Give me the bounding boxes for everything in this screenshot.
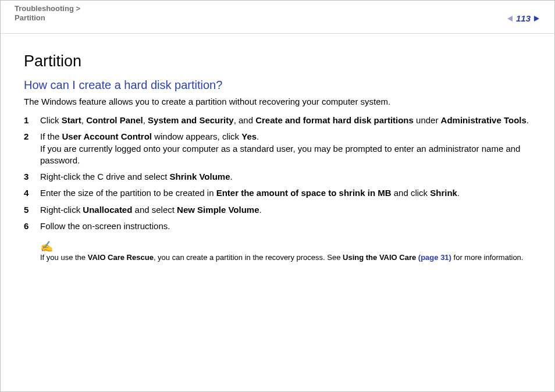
step-text: Click — [40, 115, 62, 125]
note-bold: VAIO Care Rescue — [88, 253, 154, 262]
page-content: Partition How can I create a hard disk p… — [1, 34, 554, 262]
step-item: If the User Account Control window appea… — [24, 131, 531, 166]
step-text: window appears, click — [152, 131, 241, 141]
ui-label: User Account Control — [62, 131, 152, 141]
step-text: , — [81, 115, 86, 125]
step-text: Right-click the C drive and select — [40, 172, 170, 181]
step-text: and select — [132, 205, 177, 215]
section-heading: How can I create a hard disk partition? — [24, 79, 531, 92]
next-page-icon[interactable] — [534, 16, 539, 22]
breadcrumb-section[interactable]: Troubleshooting — [15, 4, 74, 13]
step-text: and click — [392, 188, 431, 198]
step-text: . — [259, 205, 262, 215]
step-text: If the — [40, 131, 62, 141]
step-item: Click Start, Control Panel, System and S… — [24, 115, 531, 126]
ui-label: Control Panel — [86, 115, 143, 125]
step-item: Right-click the C drive and select Shrin… — [24, 171, 531, 183]
note-fragment: for more information. — [451, 253, 524, 262]
note-icon: ✍ — [40, 241, 531, 252]
step-text: . — [526, 115, 529, 125]
step-item: Right-click Unallocated and select New S… — [24, 204, 531, 216]
ui-label: Unallocated — [83, 205, 132, 215]
ui-label: Shrink Volume — [170, 172, 230, 181]
step-text: . — [230, 172, 233, 181]
breadcrumb-separator: > — [74, 4, 80, 13]
step-text: . — [457, 188, 460, 198]
page-number-nav: 113 — [507, 13, 539, 23]
step-text: Follow the on-screen instructions. — [40, 221, 170, 231]
note: ✍ If you use the VAIO Care Rescue, you c… — [24, 241, 531, 262]
ui-label: Administrative Tools — [441, 115, 526, 125]
ui-label: Start — [62, 115, 81, 125]
step-text: , — [143, 115, 148, 125]
page-title: Partition — [24, 52, 531, 70]
breadcrumb-page[interactable]: Partition — [15, 13, 45, 22]
step-text: Right-click — [40, 205, 83, 215]
note-fragment: , you can create a partition in the reco… — [154, 253, 343, 262]
ui-label: New Simple Volume — [177, 205, 259, 215]
step-item: Enter the size of the partition to be cr… — [24, 187, 531, 199]
note-text: If you use the VAIO Care Rescue, you can… — [40, 253, 531, 262]
step-text: Enter the size of the partition to be cr… — [40, 188, 216, 198]
note-fragment: If you use the — [40, 253, 88, 262]
ui-label: Create and format hard disk partitions — [255, 115, 414, 125]
ui-label: Yes — [241, 131, 257, 141]
step-text: If you are currently logged onto your co… — [40, 144, 520, 165]
note-bold: Using the VAIO Care — [343, 253, 418, 262]
breadcrumb[interactable]: Troubleshooting > Partition — [15, 4, 540, 23]
ui-label: System and Security — [148, 115, 234, 125]
step-item: Follow the on-screen instructions. — [24, 220, 531, 232]
step-text: under — [414, 115, 441, 125]
page-number: 113 — [516, 13, 531, 23]
page-header: Troubleshooting > Partition 113 — [1, 1, 554, 33]
ui-label: Shrink — [430, 188, 457, 198]
ui-label: Enter the amount of space to shrink in M… — [216, 188, 392, 198]
step-text: , and — [234, 115, 256, 125]
intro-paragraph: The Windows feature allows you to create… — [24, 97, 531, 106]
note-link[interactable]: (page 31) — [418, 253, 451, 262]
prev-page-icon[interactable] — [507, 16, 513, 22]
steps-list: Click Start, Control Panel, System and S… — [24, 115, 531, 232]
step-text: . — [257, 131, 259, 141]
